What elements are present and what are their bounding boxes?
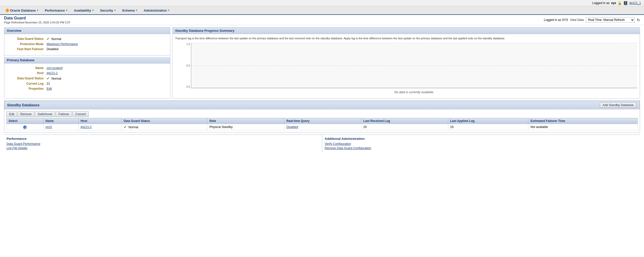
menu-label-security: Security: [100, 9, 113, 12]
edit-button[interactable]: Edit: [6, 111, 17, 117]
menu-label-availability: Availability: [74, 9, 91, 12]
table-row: orcl1 dg121-2 ✔ Normal Physical Standby …: [7, 124, 638, 130]
standby-name-link[interactable]: orcl1: [46, 125, 52, 129]
check-icon-standby: ✔: [124, 125, 127, 129]
menu-item-oracle-database[interactable]: 🔶 Oracle Database ▼: [2, 6, 42, 14]
standby-host-link[interactable]: dg121-2: [81, 125, 92, 129]
cell-role: Physical Standby: [207, 124, 284, 130]
menu-item-schema[interactable]: Schema ▼: [119, 7, 141, 14]
bottom-right: Additional Administration Verify Configu…: [322, 135, 640, 153]
label-name: Name: [7, 66, 45, 71]
label-host: Host: [7, 71, 45, 76]
top-login-bar: Logged in as sys 🔒 🗄️ dg121_1: [0, 0, 644, 6]
cell-host: dg121-2: [78, 124, 121, 130]
lock-icon: 🔒: [618, 1, 622, 5]
standby-table: Select Name Host Data Guard Status Role …: [6, 118, 638, 130]
cell-select[interactable]: [7, 124, 44, 130]
switchover-button[interactable]: Switchover: [35, 111, 55, 117]
primary-database-table: Name orcl.scutech Host dg121-1: [7, 66, 167, 91]
primary-row-2: Data Guard Status ✔ Normal: [7, 76, 167, 81]
refresh-button[interactable]: ↻: [637, 18, 640, 22]
chevron-down-icon-4: ▼: [135, 9, 138, 12]
view-data-label: View Data: [570, 18, 584, 22]
menu-bar: 🔶 Oracle Database ▼ Performance ▼ Availa…: [0, 6, 644, 15]
chevron-down-icon-5: ▼: [168, 9, 170, 12]
col-host: Host: [78, 118, 121, 124]
menu-label-oracle-database: Oracle Database: [10, 9, 36, 12]
value-fast-start-failover: Disabled: [45, 47, 167, 52]
value-properties: Edit: [45, 86, 167, 91]
protection-mode-link[interactable]: Maximum Performance: [47, 42, 78, 46]
chevron-down-icon-0: ▼: [37, 9, 39, 12]
performance-section-title: Performance: [7, 137, 319, 141]
view-data-select[interactable]: Real Time: Manual Refresh Real Time: 10 …: [586, 17, 635, 23]
logged-in-sys: Logged in as SYS: [544, 18, 568, 22]
label-properties: Properties: [7, 86, 45, 91]
overview-primary-wrapper: Overview Data Guard Status ✔ Normal Prot…: [0, 25, 644, 101]
menu-item-administration[interactable]: Administration ▼: [141, 7, 173, 14]
grid-line-mid: [191, 66, 637, 66]
y-label-05: 0.5: [186, 64, 190, 67]
col-realtime-query: Real-time Query: [284, 118, 361, 124]
y-label-0: 0.0: [186, 85, 190, 88]
col-est-failover-time: Estimated Failover Time: [528, 118, 638, 124]
data-guard-performance-link[interactable]: Data Guard Performance: [7, 142, 319, 146]
db-link[interactable]: dg121_1: [629, 1, 641, 5]
db-icon: 🗄️: [623, 1, 628, 5]
label-protection-mode: Protection Mode: [7, 42, 45, 47]
right-panel-box: Standby Database Progress Summary Transp…: [172, 27, 640, 99]
menu-label-schema: Schema: [122, 9, 135, 12]
menu-label-performance: Performance: [45, 9, 65, 12]
value-name: orcl.scutech: [45, 66, 167, 71]
progress-summary-header: Standby Database Progress Summary: [173, 27, 640, 34]
failover-button[interactable]: Failover: [56, 111, 72, 117]
check-icon-1: ✔: [47, 76, 50, 80]
realtime-query-link[interactable]: Disabled: [286, 125, 298, 129]
standby-toolbar-area: Edit Remove Switchover Failover Convert …: [4, 109, 640, 130]
overview-section-header: Overview: [4, 27, 170, 34]
left-column: Overview Data Guard Status ✔ Normal Prot…: [4, 27, 170, 99]
remove-data-guard-config-link[interactable]: Remove Data Guard Configuration: [325, 146, 638, 150]
chevron-down-icon-3: ▼: [114, 9, 116, 12]
add-standby-database-button[interactable]: Add Standby Database: [600, 102, 636, 108]
col-last-received-log: Last Received Log: [361, 118, 448, 124]
menu-item-performance[interactable]: Performance ▼: [42, 7, 71, 14]
col-name: Name: [43, 118, 78, 124]
value-current-log: 21: [45, 81, 167, 86]
standby-toolbar: Edit Remove Switchover Failover Convert: [6, 111, 638, 117]
primary-database-section-header: Primary Database: [4, 57, 170, 63]
convert-button[interactable]: Convert: [73, 111, 89, 117]
bottom-sections: Performance Data Guard Performance Log F…: [4, 135, 640, 153]
remove-button[interactable]: Remove: [18, 111, 35, 117]
primary-host-link[interactable]: dg121-1: [47, 71, 58, 75]
label-data-guard-status: Data Guard Status: [7, 36, 45, 42]
chart-wrapper: 1.0 0.5 0.0 No data is curr: [184, 43, 637, 88]
cell-est-failover-time: Not available: [528, 124, 638, 130]
db-small-icon: 🔶: [5, 8, 9, 12]
left-panel-box: Overview Data Guard Status ✔ Normal Prot…: [4, 27, 170, 99]
col-role: Role: [207, 118, 284, 124]
menu-item-security[interactable]: Security ▼: [97, 7, 119, 14]
log-file-details-link[interactable]: Log File Details: [7, 146, 319, 150]
menu-label-administration: Administration: [144, 9, 167, 12]
value-protection-mode: Maximum Performance: [45, 42, 167, 47]
primary-row-0: Name orcl.scutech: [7, 66, 167, 71]
grid-line-bottom: [191, 88, 637, 88]
grid-line-top: [191, 43, 637, 43]
y-label-1: 1.0: [186, 43, 190, 46]
primary-row-3: Current Log 21: [7, 81, 167, 86]
overview-table: Data Guard Status ✔ Normal Protection Mo…: [7, 36, 167, 52]
overview-row-1: Protection Mode Maximum Performance: [7, 42, 167, 47]
primary-name-link[interactable]: orcl.scutech: [47, 66, 63, 70]
check-icon-0: ✔: [47, 37, 50, 41]
table-header-row: Select Name Host Data Guard Status Role …: [7, 118, 638, 124]
verify-configuration-link[interactable]: Verify Configuration: [325, 142, 638, 146]
radio-button[interactable]: [23, 125, 27, 129]
menu-item-availability[interactable]: Availability ▼: [71, 7, 97, 14]
status-normal-0: Normal: [51, 37, 61, 41]
chevron-down-icon-2: ▼: [92, 9, 94, 12]
properties-edit-link[interactable]: Edit: [47, 87, 52, 90]
col-last-applied-log: Last Applied Log: [448, 118, 528, 124]
primary-row-4: Properties Edit: [7, 86, 167, 91]
primary-status-normal: Normal: [51, 77, 61, 80]
